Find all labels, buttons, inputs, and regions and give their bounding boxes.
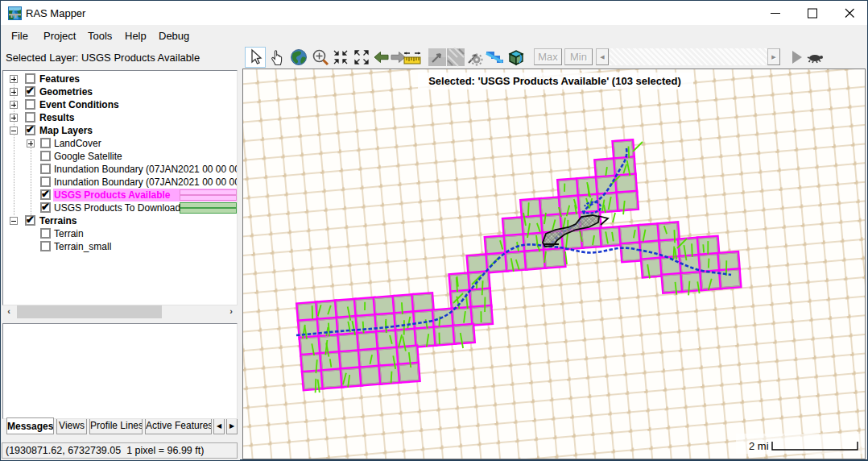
svg-text:2 mi: 2 mi <box>749 440 769 452</box>
svg-text:Selected: 'USGS Products Avail: Selected: 'USGS Products Available' (103… <box>428 75 681 87</box>
